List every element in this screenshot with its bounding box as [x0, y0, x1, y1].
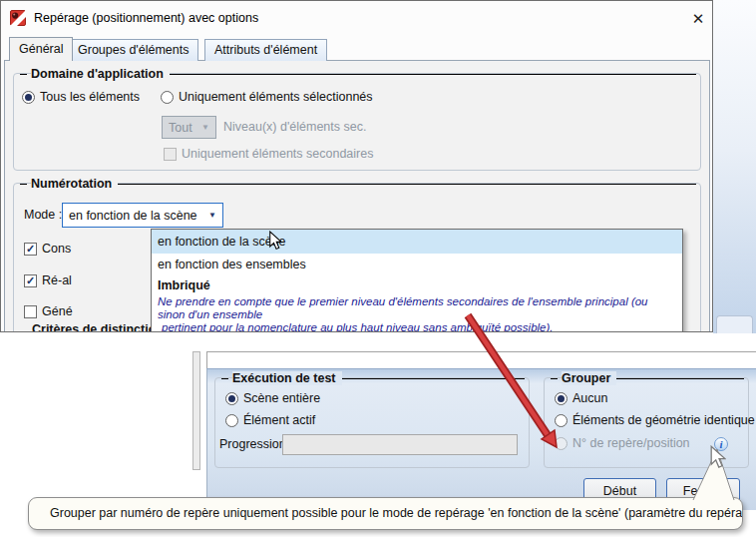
window-title: Repérage (positionnement) avec options — [34, 11, 258, 25]
progression-label: Progression: — [219, 437, 289, 451]
groupbox-domaine-application: Domaine d'application Tous les éléments … — [13, 73, 701, 171]
checkbox-label: Géné — [42, 304, 73, 318]
note-line-2: pertinent pour la nomenclature au plus h… — [158, 321, 678, 332]
dropdown-item-ensembles[interactable]: en fonction des ensembles — [152, 254, 682, 276]
background-window-groupbox-corner — [716, 315, 753, 333]
note-line-1: Ne prendre en compte que le premier nive… — [158, 295, 648, 320]
combo-value: en fonction de la scène — [69, 209, 197, 223]
radio-label: Tous les éléments — [40, 90, 140, 104]
groupbox-execution-test: Exécution de test Scène entière Élément … — [214, 377, 530, 468]
info-icon[interactable]: i — [714, 437, 728, 451]
app-icon — [10, 10, 26, 26]
checkbox-generer[interactable] — [24, 305, 37, 318]
groupbox-rule — [342, 378, 526, 379]
combo-value: Tout — [169, 121, 192, 135]
groupbox-title: Numérotation — [31, 177, 118, 191]
dropdown-item-scene[interactable]: en fonction de la scène — [152, 230, 682, 254]
groupbox-dash — [551, 378, 558, 379]
radio-aucun[interactable] — [555, 392, 567, 405]
mode-combobox[interactable]: en fonction de la scène ▼ — [62, 203, 223, 228]
checkbox-conserver[interactable] — [24, 243, 37, 256]
groupbox-rule — [118, 184, 696, 185]
background-window-strip — [713, 0, 756, 333]
chevron-down-icon: ▼ — [201, 123, 209, 132]
checkbox-re-allouer[interactable] — [24, 274, 37, 287]
tab-general[interactable]: Général — [9, 37, 73, 61]
progression-field — [282, 434, 518, 455]
radio-tous-les-elements[interactable] — [22, 91, 35, 104]
tab-groupes-elements[interactable]: Groupes d'éléments — [68, 39, 198, 61]
groupbox-dash — [221, 378, 228, 379]
chevron-down-icon: ▼ — [208, 211, 216, 220]
radio-label: Scène entière — [243, 391, 320, 405]
tooltip: Grouper par numéro de repère uniquement … — [28, 497, 743, 530]
radio-label: Uniquement éléments sélectionnés — [179, 90, 373, 104]
groupbox-title: Exécution de test — [232, 371, 342, 385]
mode-dropdown-list: en fonction de la scène en fonction des … — [151, 229, 683, 332]
niveau-combobox: Tout ▼ — [162, 116, 216, 139]
reperage-options-dialog: Repérage (positionnement) avec options ✕… — [0, 0, 713, 332]
radio-numero-repere — [555, 437, 567, 450]
groupbox-rule — [616, 378, 744, 379]
radio-element-actif[interactable] — [225, 414, 238, 427]
background-scrollbar-sliver — [192, 351, 200, 470]
checkbox-label: Uniquement éléments secondaires — [182, 147, 373, 161]
dropdown-item-imbrique[interactable]: Imbriqué — [152, 276, 682, 295]
close-icon[interactable]: ✕ — [685, 6, 711, 32]
radio-geometrie-identique[interactable] — [555, 414, 567, 427]
groupbox-title: Grouper — [562, 371, 616, 385]
groupbox-dash — [20, 184, 27, 185]
groupbox-title: Domaine d'application — [31, 67, 170, 81]
radio-label: Aucun — [572, 391, 607, 405]
checkbox-elements-secondaires — [164, 148, 177, 161]
groupbox-dash — [20, 74, 27, 75]
checkbox-label: Ré-al — [42, 273, 72, 287]
radio-scene-entiere[interactable] — [225, 392, 238, 405]
groupbox-grouper: Grouper Aucun Éléments de géométrie iden… — [544, 377, 749, 468]
dropdown-note: Ne prendre en compte que le premier nive… — [152, 295, 682, 332]
radio-label: Éléments de géométrie identique — [572, 413, 755, 427]
groupbox-rule — [170, 74, 696, 75]
radio-uniquement-selectionnes[interactable] — [161, 91, 174, 104]
test-dialog-upper-edge — [206, 351, 756, 368]
niveau-label: Niveau(x) d'éléments sec. — [223, 120, 366, 134]
radio-label: N° de repère/position — [572, 436, 690, 450]
radio-label: Élément actif — [243, 413, 315, 427]
checkbox-label: Cons — [42, 242, 71, 256]
mode-label: Mode : — [24, 208, 62, 222]
tab-attributs-element[interactable]: Attributs d'élément — [204, 39, 327, 61]
test-dialog-panel: Exécution de test Scène entière Élément … — [206, 368, 756, 510]
titlebar[interactable]: Repérage (positionnement) avec options ✕ — [1, 1, 712, 37]
screenshot-page: Repérage (positionnement) avec options ✕… — [0, 0, 756, 537]
